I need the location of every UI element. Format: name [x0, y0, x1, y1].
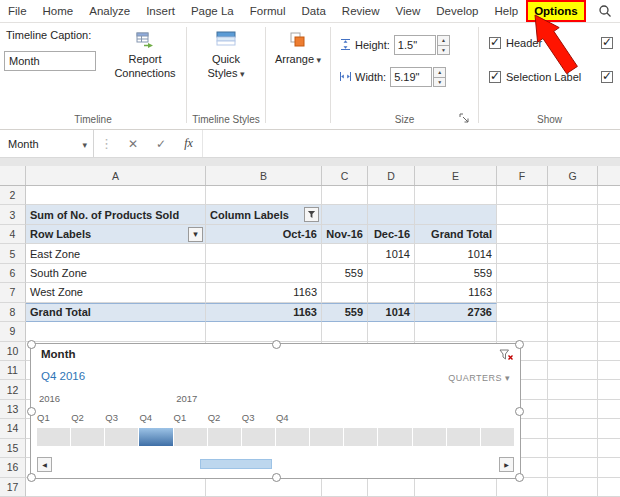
row-header-11[interactable]: 11: [0, 361, 26, 380]
timeline-period-cell-13[interactable]: [447, 428, 480, 446]
cell-H14[interactable]: [598, 419, 620, 438]
cell-H7[interactable]: [598, 283, 620, 302]
enter-button[interactable]: ✓: [147, 137, 175, 151]
height-spinner[interactable]: [437, 35, 450, 55]
spin-up-icon[interactable]: [437, 35, 450, 46]
column-header-E[interactable]: E: [415, 166, 497, 185]
cell-F8[interactable]: [497, 303, 548, 322]
ribbon-tab-insert[interactable]: Insert: [138, 0, 183, 22]
cell-H8[interactable]: [598, 303, 620, 322]
timeline-period-cell-14[interactable]: [481, 428, 514, 446]
row-header-8[interactable]: 8: [0, 303, 26, 322]
timeline-period-cell-6[interactable]: [208, 428, 241, 446]
column-header-G[interactable]: G: [548, 166, 598, 185]
cell-G16[interactable]: [548, 458, 598, 477]
cell-B6[interactable]: [206, 264, 322, 283]
cell-F7[interactable]: [497, 283, 548, 302]
cell-D5[interactable]: 1014: [368, 244, 415, 263]
checkbox-header[interactable]: Header: [489, 37, 542, 49]
cell-C2[interactable]: [322, 186, 368, 205]
column-header-D[interactable]: D: [368, 166, 415, 185]
cell-B8[interactable]: 1163: [206, 303, 322, 322]
row-header-3[interactable]: 3: [0, 205, 26, 224]
ribbon-tab-file[interactable]: File: [0, 0, 35, 22]
row-header-15[interactable]: 15: [0, 439, 26, 458]
cell-E4[interactable]: Grand Total: [415, 225, 497, 244]
timeline-period-cell-4[interactable]: [139, 428, 172, 446]
cell-A9[interactable]: [26, 322, 206, 341]
scrollbar-track[interactable]: [52, 457, 499, 472]
cell-B3[interactable]: Column Labels: [206, 205, 322, 224]
cell-E7[interactable]: 1163: [415, 283, 497, 302]
timeline-period-cell-9[interactable]: [310, 428, 343, 446]
resize-handle[interactable]: [515, 473, 524, 482]
cell-C17[interactable]: [322, 478, 368, 497]
cell-G2[interactable]: [548, 186, 598, 205]
height-input[interactable]: 1.5": [394, 35, 436, 55]
resize-handle[interactable]: [272, 340, 281, 349]
ribbon-tab-data[interactable]: Data: [294, 0, 334, 22]
spin-down-icon[interactable]: [437, 46, 450, 56]
cell-G12[interactable]: [548, 380, 598, 399]
ribbon-tab-develop[interactable]: Develop: [428, 0, 486, 22]
cell-E9[interactable]: [415, 322, 497, 341]
cell-H4[interactable]: [598, 225, 620, 244]
cell-F9[interactable]: [497, 322, 548, 341]
cell-A8[interactable]: Grand Total: [26, 303, 206, 322]
cell-B4[interactable]: Oct-16: [206, 225, 322, 244]
cell-D2[interactable]: [368, 186, 415, 205]
ribbon-tab-view[interactable]: View: [388, 0, 429, 22]
spin-down-icon[interactable]: [433, 78, 446, 88]
name-box[interactable]: Month: [0, 130, 94, 157]
ribbon-tab-help[interactable]: Help: [486, 0, 526, 22]
checkbox-clipped-2[interactable]: [601, 37, 613, 49]
column-header-C[interactable]: C: [322, 166, 368, 185]
cell-G13[interactable]: [548, 400, 598, 419]
width-spinner[interactable]: [433, 67, 446, 87]
timeline-period-cell-8[interactable]: [276, 428, 309, 446]
search-icon[interactable]: [598, 0, 620, 22]
cell-D6[interactable]: [368, 264, 415, 283]
cell-G17[interactable]: [548, 478, 598, 497]
cell-F5[interactable]: [497, 244, 548, 263]
row-header-17[interactable]: 17: [0, 478, 26, 497]
cell-C7[interactable]: [322, 283, 368, 302]
resize-handle[interactable]: [27, 407, 36, 416]
cell-C9[interactable]: [322, 322, 368, 341]
cell-A7[interactable]: West Zone: [26, 283, 206, 302]
cell-G15[interactable]: [548, 439, 598, 458]
timeline-caption-input[interactable]: Month: [4, 51, 96, 71]
ribbon-tab-home[interactable]: Home: [35, 0, 82, 22]
cell-B2[interactable]: [206, 186, 322, 205]
cell-G14[interactable]: [548, 419, 598, 438]
cell-H5[interactable]: [598, 244, 620, 263]
ribbon-tab-formul[interactable]: Formul: [242, 0, 294, 22]
report-connections-button[interactable]: Report Connections: [104, 25, 186, 107]
cell-D17[interactable]: [368, 478, 415, 497]
cell-A2[interactable]: [26, 186, 206, 205]
row-header-5[interactable]: 5: [0, 244, 26, 263]
ribbon-tab-options[interactable]: Options: [526, 0, 585, 22]
column-header-H[interactable]: H: [598, 166, 620, 185]
cell-G6[interactable]: [548, 264, 598, 283]
row-header-12[interactable]: 12: [0, 380, 26, 399]
cell-C6[interactable]: 559: [322, 264, 368, 283]
ribbon-tab-page-la[interactable]: Page La: [183, 0, 242, 22]
timeline-level-dropdown[interactable]: QUARTERS: [448, 373, 510, 383]
scroll-right-button[interactable]: [499, 457, 514, 472]
spin-up-icon[interactable]: [433, 67, 446, 78]
row-header-14[interactable]: 14: [0, 419, 26, 438]
row-header-10[interactable]: 10: [0, 342, 26, 361]
resize-handle[interactable]: [272, 473, 281, 482]
cell-A3[interactable]: Sum of No. of Products Sold: [26, 205, 206, 224]
resize-handle[interactable]: [515, 407, 524, 416]
row-header-9[interactable]: 9: [0, 322, 26, 341]
cancel-button[interactable]: ✕: [119, 137, 147, 151]
cell-H11[interactable]: [598, 361, 620, 380]
size-dialog-launcher[interactable]: [459, 113, 470, 124]
cell-C8[interactable]: 559: [322, 303, 368, 322]
cell-D9[interactable]: [368, 322, 415, 341]
column-header-A[interactable]: A: [26, 166, 206, 185]
cell-F4[interactable]: [497, 225, 548, 244]
cell-F3[interactable]: [497, 205, 548, 224]
